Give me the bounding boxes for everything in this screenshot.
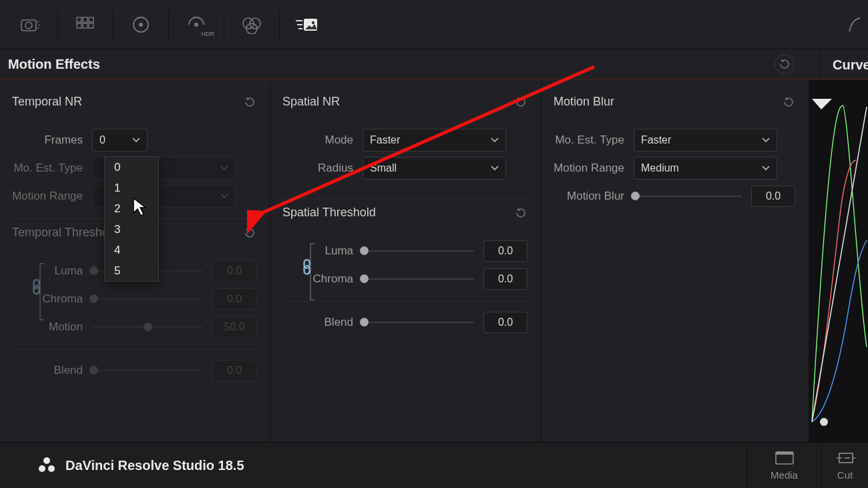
- temporal-motion-label: Motion: [12, 320, 92, 334]
- hdr-wheels-icon[interactable]: HDR: [173, 1, 220, 48]
- temporal-motionrange-label: Motion Range: [12, 190, 92, 203]
- frames-option-5[interactable]: 5: [105, 260, 158, 281]
- media-icon: [775, 451, 795, 465]
- mb-moest-dropdown[interactable]: Faster: [634, 129, 777, 152]
- svg-rect-7: [89, 23, 93, 28]
- temporal-blend-slider[interactable]: [92, 370, 203, 371]
- color-wheels-icon[interactable]: [118, 1, 164, 48]
- rgb-mixer-icon[interactable]: [228, 1, 275, 48]
- frames-option-1[interactable]: 1: [105, 178, 158, 198]
- app-name: DaVinci Resolve Studio 18.5: [65, 458, 244, 473]
- mb-amount-slider[interactable]: [634, 196, 742, 197]
- svg-point-1: [25, 22, 32, 29]
- hdr-label: HDR: [202, 31, 215, 37]
- svg-point-9: [139, 23, 143, 27]
- bottom-bar: DaVinci Resolve Studio 18.5 Media Cut: [0, 442, 868, 488]
- panel-reset-button[interactable]: [775, 54, 795, 74]
- curves-header[interactable]: Curves: [820, 49, 868, 80]
- tab-media[interactable]: Media: [746, 443, 821, 488]
- cursor-icon: [132, 197, 148, 217]
- spatial-blend-value[interactable]: 0.0: [483, 312, 527, 333]
- temporal-blend-value[interactable]: 0.0: [212, 360, 256, 381]
- motion-effects-icon[interactable]: [284, 1, 331, 48]
- tab-cut[interactable]: Cut: [821, 443, 868, 488]
- spatial-chroma-label: Chroma: [282, 272, 363, 286]
- spatial-luma-label: Luma: [282, 244, 363, 258]
- spatial-blend-label: Blend: [282, 316, 363, 329]
- temporal-motion-slider[interactable]: [92, 326, 203, 328]
- svg-rect-27: [776, 452, 793, 455]
- motion-blur-reset[interactable]: [782, 95, 795, 109]
- spatial-luma-value[interactable]: 0.0: [483, 240, 527, 262]
- chevron-down-icon: [220, 166, 228, 171]
- curves-preview[interactable]: [809, 80, 868, 442]
- svg-rect-2: [77, 17, 81, 22]
- frames-label: Frames: [12, 134, 92, 147]
- camera-raw-icon[interactable]: [7, 1, 53, 48]
- chevron-down-icon: [132, 138, 140, 143]
- mb-amount-value[interactable]: 0.0: [751, 186, 795, 207]
- temporal-threshold-title: Temporal Threshold: [12, 226, 118, 240]
- spatial-chroma-slider[interactable]: [363, 278, 474, 280]
- spatial-luma-slider[interactable]: [363, 250, 474, 252]
- temporal-luma-label: Luma: [12, 264, 92, 278]
- temporal-chroma-slider[interactable]: [92, 298, 203, 300]
- frames-menu: 0 1 2 3 4 5: [104, 156, 159, 282]
- frames-dropdown[interactable]: 0: [92, 129, 148, 152]
- svg-point-21: [820, 418, 828, 426]
- svg-point-24: [39, 465, 45, 472]
- temporal-chroma-value[interactable]: 0.0: [212, 288, 256, 310]
- app-logo-icon: [37, 456, 56, 475]
- spatial-blend-slider[interactable]: [363, 322, 474, 323]
- svg-rect-5: [77, 23, 81, 28]
- frames-option-2[interactable]: 2: [105, 198, 158, 219]
- annotation-arrow: [247, 60, 608, 234]
- svg-point-25: [48, 465, 55, 472]
- svg-rect-6: [83, 23, 87, 28]
- temporal-nr-title: Temporal NR: [12, 95, 82, 109]
- chevron-down-icon: [762, 166, 770, 171]
- panel-title: Motion Effects: [8, 57, 100, 72]
- color-match-icon[interactable]: [62, 1, 109, 48]
- svg-point-18: [312, 21, 314, 23]
- svg-marker-19: [812, 99, 832, 109]
- top-toolbar: HDR: [0, 0, 868, 49]
- temporal-chroma-label: Chroma: [12, 292, 92, 306]
- svg-rect-4: [89, 17, 93, 22]
- frames-option-3[interactable]: 3: [105, 219, 158, 240]
- chevron-down-icon: [220, 194, 228, 199]
- frames-option-4[interactable]: 4: [105, 240, 158, 260]
- svg-rect-3: [83, 17, 87, 22]
- svg-line-22: [260, 67, 594, 214]
- temporal-blend-label: Blend: [12, 364, 92, 377]
- cut-icon: [835, 451, 855, 465]
- temporal-motion-value[interactable]: 50.0: [212, 316, 256, 338]
- mb-motionrange-dropdown[interactable]: Medium: [634, 157, 777, 180]
- curves-panel-icon[interactable]: [845, 15, 861, 34]
- svg-point-23: [43, 457, 50, 464]
- temporal-luma-value[interactable]: 0.0: [212, 260, 256, 282]
- svg-point-10: [194, 23, 198, 27]
- temporal-moest-label: Mo. Est. Type: [12, 162, 92, 175]
- chevron-down-icon: [762, 138, 770, 143]
- frames-option-0[interactable]: 0: [105, 157, 158, 178]
- spatial-chroma-value[interactable]: 0.0: [483, 268, 527, 290]
